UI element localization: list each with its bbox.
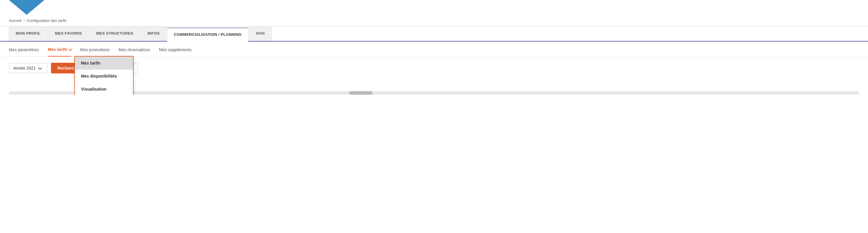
- tab-avis[interactable]: AVIS: [249, 27, 272, 41]
- chevron-down-icon: [68, 47, 72, 51]
- year-chevron-icon: [38, 66, 42, 70]
- logo-area: [0, 0, 868, 15]
- scrollbar-thumb[interactable]: [349, 91, 373, 95]
- dropdown-item-mes-tarifs[interactable]: Mes tarifs: [75, 57, 133, 70]
- subnav-mes-tarifs-label: Mes tarifs: [48, 47, 67, 52]
- tab-commercialisation-planning[interactable]: COMMERCIALISATION / PLANNING: [167, 28, 248, 42]
- subnav-mes-tarifs[interactable]: Mes tarifs Mes tarifs Mes disponibilités…: [48, 47, 71, 57]
- subnav-mes-parametres[interactable]: Mes paramètres: [9, 47, 39, 56]
- breadcrumb-current: Configuration des tarifs: [27, 19, 67, 23]
- tab-mes-structures[interactable]: MES STRUCTURES: [90, 27, 140, 41]
- main-tabs: MON PROFIL MES FAVORIS MES STRUCTURES IN…: [0, 27, 868, 42]
- tab-mon-profil[interactable]: MON PROFIL: [9, 27, 48, 41]
- tarifs-dropdown-menu: Mes tarifs Mes disponibilités Visualisat…: [74, 56, 134, 95]
- dropdown-item-mes-disponibilites[interactable]: Mes disponibilités: [75, 70, 133, 82]
- subnav-mes-reservations[interactable]: Mes réservations: [119, 47, 150, 56]
- tab-infos[interactable]: INFOS: [141, 27, 166, 41]
- tab-mes-favoris[interactable]: MES FAVORIS: [48, 27, 89, 41]
- year-select[interactable]: Année 2021: [9, 63, 48, 73]
- breadcrumb: Accueil > Configuration des tarifs: [0, 15, 868, 26]
- logo-triangle: [9, 0, 44, 15]
- breadcrumb-home[interactable]: Accueil: [9, 19, 21, 23]
- subnav-mes-promotions[interactable]: Mes promotions: [80, 47, 110, 56]
- breadcrumb-separator: >: [23, 19, 25, 23]
- subnav-mes-supplements[interactable]: Mes suppléments: [159, 47, 192, 56]
- toolbar: Année 2021 Rechercher Actions: [9, 63, 859, 73]
- dropdown-item-visualisation[interactable]: Visualisation: [75, 82, 133, 95]
- year-label: Année 2021: [13, 66, 36, 70]
- sub-nav: Mes paramètres Mes tarifs Mes tarifs Mes…: [0, 42, 868, 57]
- scrollbar-area[interactable]: [9, 91, 859, 95]
